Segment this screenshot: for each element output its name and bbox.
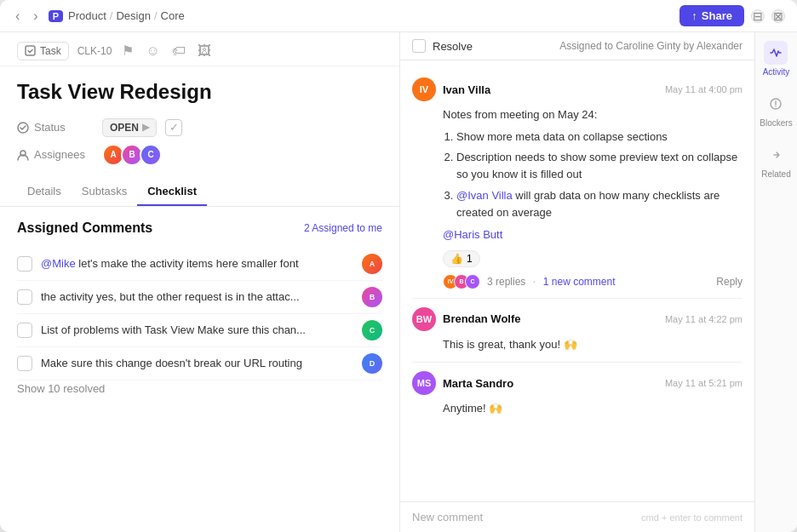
tab-subtasks[interactable]: Subtasks	[72, 178, 137, 206]
comment-reactions: 👍 1	[412, 250, 743, 267]
checklist-item: @Mike let's make the activity items here…	[17, 248, 382, 281]
svg-rect-0	[26, 46, 35, 55]
task-toolbar: Task CLK-10 ⚑ ☺ 🏷 🖼	[0, 32, 399, 66]
share-label: Share	[702, 9, 732, 22]
activity-icon	[764, 41, 788, 65]
comment-input-placeholder[interactable]: New comment	[412, 511, 641, 523]
assigned-count[interactable]: 2 Assigned to me	[304, 222, 382, 234]
comment-name-ivan: Ivan Villa	[443, 83, 658, 96]
reply-button[interactable]: Reply	[716, 276, 743, 288]
comment-time-marta: May 11 at 5:21 pm	[665, 378, 743, 388]
status-button[interactable]: OPEN ▶	[102, 118, 157, 137]
comment-header-ivan: IV Ivan Villa May 11 at 4:00 pm	[412, 77, 743, 101]
status-row: Status OPEN ▶ ✓	[17, 118, 382, 137]
checklist-item: List of problems with Task View Make sur…	[17, 314, 382, 347]
reaction-emoji: 👍	[450, 253, 463, 265]
comment-name-marta: Marta Sandro	[443, 377, 658, 390]
checklist-item-text-3: List of problems with Task View Make sur…	[41, 323, 353, 336]
strip-activity[interactable]: Activity	[763, 41, 790, 77]
strip-activity-label: Activity	[763, 67, 790, 77]
breadcrumb: P Product / Design / Core	[49, 9, 185, 22]
emoji-icon[interactable]: ☺	[144, 42, 161, 60]
app-window: ‹ › P Product / Design / Core ↑ Share ⊟ …	[0, 0, 797, 532]
checklist-header: Assigned Comments 2 Assigned to me	[17, 220, 382, 236]
task-type-badge: Task	[17, 42, 69, 60]
back-button[interactable]: ‹	[12, 7, 23, 26]
blockers-icon	[764, 92, 788, 116]
tab-details[interactable]: Details	[17, 178, 72, 206]
status-check-button[interactable]: ✓	[165, 119, 182, 136]
assignees-list: A B C	[102, 144, 162, 166]
task-id: CLK-10	[77, 45, 112, 57]
status-label: Status	[17, 121, 94, 134]
left-panel: Task CLK-10 ⚑ ☺ 🏷 🖼 Task View Redesign	[0, 32, 400, 532]
comment-body-ivan: Notes from meeting on May 24: Show more …	[412, 106, 743, 243]
show-resolved-link[interactable]: Show 10 resolved	[17, 382, 105, 395]
svg-point-4	[776, 106, 777, 107]
comment-body-intro: Notes from meeting on May 24:	[443, 106, 743, 123]
task-icon	[25, 45, 36, 56]
tag-icon[interactable]: 🏷	[170, 42, 187, 60]
comment-list-item-3: @Ivan Villa will grab data on how many c…	[456, 187, 743, 221]
checklist-item-text-4: Make sure this change doesn't break our …	[41, 357, 353, 369]
strip-related-label: Related	[761, 169, 790, 179]
assignees-field-label: Assignees	[34, 148, 85, 161]
comment-marta: MS Marta Sandro May 11 at 5:21 pm Anytim…	[412, 363, 743, 426]
status-value: OPEN	[110, 122, 139, 134]
resolve-label[interactable]: Resolve	[433, 40, 473, 53]
reaction-count: 1	[467, 253, 473, 265]
item-avatar-2: B	[362, 287, 382, 307]
thumbs-up-reaction[interactable]: 👍 1	[443, 250, 480, 267]
right-panel: Resolve Assigned to Caroline Ginty by Al…	[400, 32, 797, 532]
checklist-checkbox-2[interactable]	[17, 289, 32, 305]
status-icon	[17, 122, 29, 134]
resolve-left: Resolve	[412, 39, 473, 53]
status-field-label: Status	[34, 121, 66, 134]
comment-ivan: IV Ivan Villa May 11 at 4:00 pm Notes fr…	[412, 69, 743, 299]
comment-body-marta: Anytime! 🙌	[412, 400, 743, 417]
share-icon: ↑	[691, 9, 697, 22]
comment-body-brendan: This is great, thank you! 🙌	[412, 336, 743, 353]
comment-list-item-2: Description needs to show some preview t…	[456, 149, 743, 183]
comment-brendan: BW Brendan Wolfe May 11 at 4:22 pm This …	[412, 299, 743, 363]
app-logo: P	[49, 10, 63, 22]
comment-list: Show more meta data on collapse sections…	[443, 129, 743, 221]
assignees-icon	[17, 149, 29, 161]
status-arrow-icon: ▶	[142, 122, 149, 133]
window-minimize[interactable]: ⊟	[751, 9, 765, 23]
titlebar-right: ↑ Share ⊟ ⊠	[679, 5, 785, 26]
resolve-bar: Resolve Assigned to Caroline Ginty by Al…	[400, 32, 754, 60]
forward-button[interactable]: ›	[30, 7, 41, 26]
checklist-item-text-1: @Mike let's make the activity items here…	[41, 257, 353, 270]
task-title: Task View Redesign	[17, 80, 382, 105]
checklist-checkbox-4[interactable]	[17, 356, 32, 371]
comment-input-bar: New comment cmd + enter to comment	[400, 501, 754, 532]
share-button[interactable]: ↑ Share	[679, 5, 744, 26]
strip-blockers[interactable]: Blockers	[760, 92, 792, 128]
reply-count: 3 replies	[487, 276, 525, 288]
comment-header-brendan: BW Brendan Wolfe May 11 at 4:22 pm	[412, 307, 743, 331]
checklist-content: Assigned Comments 2 Assigned to me @Mike…	[0, 207, 399, 532]
blockers-svg	[769, 97, 783, 111]
comment-list-item-1: Show more meta data on collapse sections	[456, 129, 743, 146]
comment-footer-ivan: IV B C 3 replies · 1 new comment Reply	[412, 274, 743, 289]
titlebar-left: ‹ › P Product / Design / Core	[12, 7, 185, 26]
task-badge-label: Task	[40, 45, 61, 57]
activity-svg	[769, 46, 783, 60]
comment-panel: Resolve Assigned to Caroline Ginty by Al…	[400, 32, 754, 532]
window-maximize[interactable]: ⊠	[771, 9, 785, 23]
flag-icon[interactable]: ⚑	[120, 41, 135, 60]
comment-time-brendan: May 11 at 4:22 pm	[665, 314, 743, 324]
resolve-checkbox[interactable]	[412, 39, 426, 53]
tab-checklist[interactable]: Checklist	[137, 178, 207, 206]
breadcrumb-core: Core	[161, 9, 185, 22]
comments-list: IV Ivan Villa May 11 at 4:00 pm Notes fr…	[400, 60, 754, 501]
strip-related[interactable]: Related	[761, 143, 790, 179]
resolve-assigned-text: Assigned to Caroline Ginty by Alexander	[559, 40, 743, 52]
checklist-checkbox-1[interactable]	[17, 256, 32, 272]
mention-mike: @Mike	[41, 257, 76, 270]
related-icon	[765, 143, 788, 167]
image-icon[interactable]: 🖼	[196, 42, 213, 60]
titlebar: ‹ › P Product / Design / Core ↑ Share ⊟ …	[0, 0, 797, 32]
checklist-checkbox-3[interactable]	[17, 323, 32, 338]
